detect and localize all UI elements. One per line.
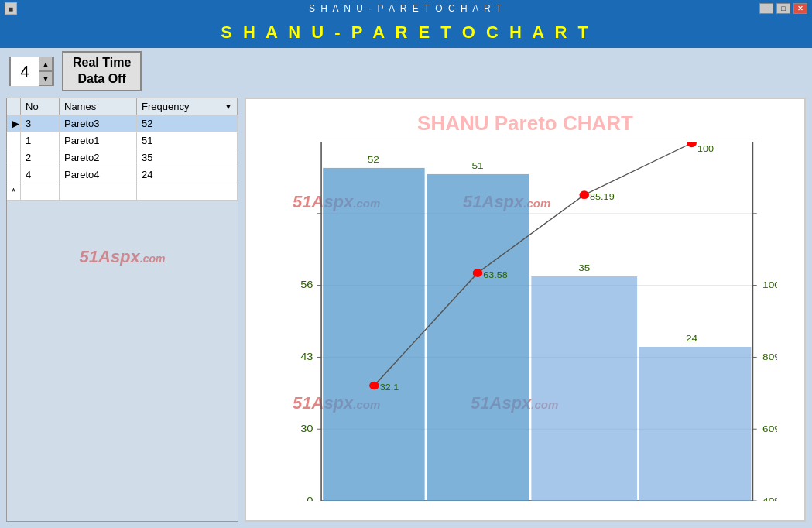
row-no: 1 [21, 132, 60, 149]
row-indicator: ▶ [7, 115, 21, 132]
window-title: S H A N U - P A R E T O C H A R T [309, 3, 503, 14]
svg-text:52: 52 [368, 155, 379, 165]
grid-header: No Names Frequency ▼ [7, 98, 238, 115]
svg-text:24: 24 [686, 334, 697, 344]
col-header-indicator [7, 98, 21, 115]
main-content: 4 ▲ ▼ Real TimeData Off No Names [0, 48, 812, 528]
realtime-label: Real TimeData Off [73, 55, 131, 87]
chart-svg: 0 30 43 56 40% 60% 80% 100% 52 51 [289, 142, 777, 501]
app-icon: ■ [5, 2, 17, 15]
svg-text:0: 0 [307, 495, 313, 501]
watermark-left: 51Aspx.com [7, 247, 238, 267]
data-grid: No Names Frequency ▼ ▶ 3 Pareto3 52 1 Pa… [7, 98, 238, 201]
row-no [21, 183, 60, 200]
spinner-up[interactable]: ▲ [39, 57, 53, 71]
grid-row[interactable]: ▶ 3 Pareto3 52 [7, 115, 238, 132]
app-header: S H A N U - P A R E T O C H A R T [0, 17, 812, 48]
line-dot-3 [579, 190, 589, 199]
svg-text:51: 51 [471, 161, 483, 171]
row-indicator [7, 149, 21, 166]
maximize-button[interactable]: □ [776, 3, 790, 14]
svg-text:35: 35 [578, 263, 590, 273]
spinner-input[interactable]: 4 [11, 57, 39, 86]
left-empty-area: 51Aspx.com [7, 201, 238, 521]
row-freq [137, 183, 238, 200]
col-header-no: No [21, 98, 60, 115]
svg-text:80%: 80% [762, 352, 777, 362]
col-header-name: Names [60, 98, 137, 115]
svg-text:56: 56 [300, 279, 313, 290]
app-title: S H A N U - P A R E T O C H A R T [221, 22, 591, 43]
row-freq: 35 [137, 149, 238, 166]
title-bar: ■ S H A N U - P A R E T O C H A R T — □ … [0, 0, 812, 17]
svg-text:100: 100 [697, 144, 714, 153]
top-controls: 4 ▲ ▼ Real TimeData Off [0, 48, 812, 94]
row-indicator: * [7, 183, 21, 200]
row-name: Pareto2 [60, 149, 137, 166]
row-name: Pareto4 [60, 166, 137, 183]
line-dot-2 [473, 269, 483, 277]
spinner-down[interactable]: ▼ [39, 71, 53, 86]
content-row: No Names Frequency ▼ ▶ 3 Pareto3 52 1 Pa… [0, 94, 812, 528]
row-no: 2 [21, 149, 60, 166]
minimize-button[interactable]: — [759, 3, 773, 14]
row-freq: 52 [137, 115, 238, 132]
line-dot-1 [369, 382, 379, 390]
svg-text:60%: 60% [762, 424, 777, 434]
bar-pareto2 [531, 276, 637, 501]
row-freq: 51 [137, 132, 238, 149]
row-no: 4 [21, 166, 60, 183]
svg-text:30: 30 [300, 423, 313, 434]
bar-pareto3 [323, 168, 424, 501]
row-indicator [7, 166, 21, 183]
close-button[interactable]: ✕ [793, 3, 807, 14]
spinner[interactable]: 4 ▲ ▼ [9, 57, 54, 86]
row-name: Pareto1 [60, 132, 137, 149]
grid-row[interactable]: 2 Pareto2 35 [7, 149, 238, 166]
window-controls: — □ ✕ [759, 3, 807, 14]
col-header-freq: Frequency ▼ [137, 98, 238, 115]
row-freq: 24 [137, 166, 238, 183]
svg-text:63.58: 63.58 [483, 270, 508, 279]
row-name: Pareto3 [60, 115, 137, 132]
realtime-button[interactable]: Real TimeData Off [62, 51, 142, 91]
svg-text:85.19: 85.19 [590, 192, 615, 201]
chart-panel: SHANU Pareto CHART 51Aspx.com 51Aspx.com… [245, 98, 806, 522]
grid-row[interactable]: * [7, 183, 238, 201]
row-indicator [7, 132, 21, 149]
svg-text:40%: 40% [762, 496, 777, 501]
bar-pareto1 [427, 174, 529, 501]
left-panel: No Names Frequency ▼ ▶ 3 Pareto3 52 1 Pa… [6, 98, 238, 522]
grid-row[interactable]: 1 Pareto1 51 [7, 132, 238, 149]
row-name [60, 183, 137, 200]
spinner-arrows: ▲ ▼ [39, 57, 53, 86]
line-dot-4 [687, 142, 697, 147]
row-no: 3 [21, 115, 60, 132]
grid-rows: ▶ 3 Pareto3 52 1 Pareto1 51 2 Pareto2 35… [7, 115, 238, 201]
bar-pareto4 [639, 347, 751, 501]
grid-row[interactable]: 4 Pareto4 24 [7, 166, 238, 183]
svg-text:32.1: 32.1 [380, 382, 399, 392]
chart-title: SHANU Pareto CHART [417, 111, 633, 135]
svg-text:43: 43 [300, 351, 313, 362]
svg-text:100%: 100% [762, 280, 777, 290]
